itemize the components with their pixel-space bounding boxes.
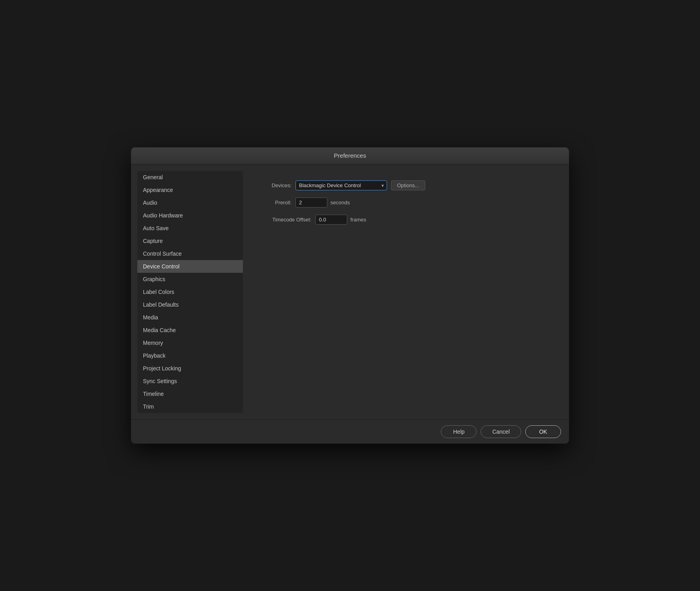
- sidebar-item-media[interactable]: Media: [137, 311, 243, 324]
- dialog-title: Preferences: [334, 152, 366, 159]
- sidebar-item-capture[interactable]: Capture: [137, 235, 243, 247]
- timecode-input[interactable]: [315, 215, 347, 225]
- sidebar-item-graphics[interactable]: Graphics: [137, 273, 243, 286]
- sidebar-item-sync-settings[interactable]: Sync Settings: [137, 375, 243, 387]
- sidebar-item-label-colors[interactable]: Label Colors: [137, 286, 243, 298]
- sidebar-item-appearance[interactable]: Appearance: [137, 184, 243, 196]
- devices-row: Devices: Blackmagic Device ControlDV/HDV…: [260, 180, 551, 190]
- sidebar-item-memory[interactable]: Memory: [137, 337, 243, 349]
- title-bar: Preferences: [131, 147, 569, 164]
- dialog-footer: Help Cancel OK: [131, 419, 569, 444]
- sidebar-item-audio-hardware[interactable]: Audio Hardware: [137, 209, 243, 222]
- preroll-label: Preroll:: [260, 200, 291, 205]
- timecode-unit: frames: [350, 217, 366, 223]
- devices-label: Devices:: [260, 182, 291, 188]
- sidebar-item-trim[interactable]: Trim: [137, 400, 243, 413]
- sidebar-item-media-cache[interactable]: Media Cache: [137, 324, 243, 337]
- timecode-label: Timecode Offset:: [260, 217, 311, 223]
- timecode-row: Timecode Offset: frames: [260, 215, 551, 225]
- preroll-unit: seconds: [330, 200, 350, 205]
- sidebar-item-label-defaults[interactable]: Label Defaults: [137, 298, 243, 311]
- sidebar-item-general[interactable]: General: [137, 171, 243, 184]
- ok-button[interactable]: OK: [525, 425, 561, 438]
- devices-select-wrapper: Blackmagic Device ControlDV/HDV Device C…: [295, 180, 387, 190]
- sidebar-item-project-locking[interactable]: Project Locking: [137, 362, 243, 375]
- sidebar-item-device-control[interactable]: Device Control: [137, 260, 243, 273]
- sidebar: GeneralAppearanceAudioAudio HardwareAuto…: [137, 171, 243, 413]
- screen-background: Preferences GeneralAppearanceAudioAudio …: [0, 0, 700, 591]
- sidebar-item-timeline[interactable]: Timeline: [137, 387, 243, 400]
- sidebar-item-audio[interactable]: Audio: [137, 196, 243, 209]
- preroll-input[interactable]: [295, 198, 327, 207]
- options-button[interactable]: Options...: [391, 180, 425, 190]
- sidebar-item-control-surface[interactable]: Control Surface: [137, 247, 243, 260]
- devices-select[interactable]: Blackmagic Device ControlDV/HDV Device C…: [295, 180, 387, 190]
- content-panel: Devices: Blackmagic Device ControlDV/HDV…: [248, 171, 563, 413]
- preferences-dialog: Preferences GeneralAppearanceAudioAudio …: [131, 147, 569, 444]
- cancel-button[interactable]: Cancel: [481, 425, 521, 438]
- dialog-body: GeneralAppearanceAudioAudio HardwareAuto…: [131, 164, 569, 419]
- help-button[interactable]: Help: [441, 425, 477, 438]
- sidebar-item-playback[interactable]: Playback: [137, 349, 243, 362]
- sidebar-item-auto-save[interactable]: Auto Save: [137, 222, 243, 235]
- preroll-row: Preroll: seconds: [260, 198, 551, 207]
